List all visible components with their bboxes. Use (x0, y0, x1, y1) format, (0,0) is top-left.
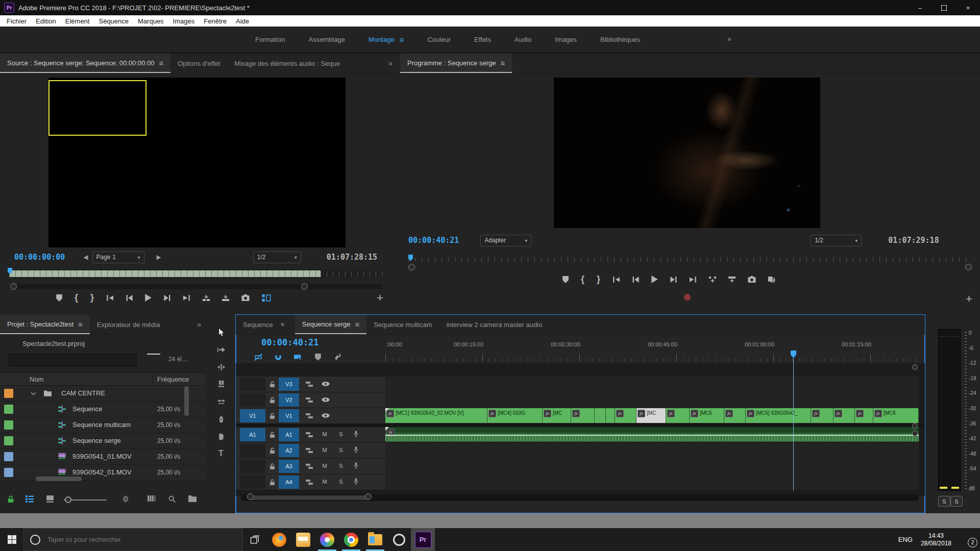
tab-sequence-serge[interactable]: Sequence serge≡ (295, 315, 366, 334)
workspace-overflow-button[interactable]: » (727, 35, 731, 43)
search-input[interactable] (21, 356, 133, 364)
brace-open-button[interactable]: { (75, 292, 78, 303)
voiceover-record-button[interactable] (352, 445, 359, 455)
lock-toggle[interactable] (267, 411, 277, 420)
source-patch-a1[interactable]: A1 (240, 428, 265, 441)
notification-center-button[interactable]: 2 (960, 534, 974, 545)
tab-overflow-button[interactable]: » (192, 315, 206, 334)
step-fwd-button[interactable] (164, 295, 171, 301)
track-content-v1[interactable]: fx[MC1] 939G0542_02.MOV [V]fx[MC4] 033Gf… (385, 408, 919, 424)
sort-button[interactable] (122, 495, 129, 503)
maximize-button[interactable] (932, 0, 956, 15)
mute-toggle[interactable]: M (321, 478, 329, 486)
timeline-ruler[interactable] (385, 352, 919, 362)
workspace-tab-audio[interactable]: Audio (514, 36, 531, 43)
writable-lock-button[interactable] (7, 495, 14, 503)
timeline-timecode[interactable]: 00:00:40:21 (261, 337, 319, 347)
timeline-clip[interactable]: fx (571, 408, 595, 423)
waveform-display-icon[interactable] (200, 254, 208, 261)
zoom-slider[interactable] (64, 499, 107, 500)
menu-item[interactable]: Fichier (2, 17, 31, 25)
taskbar-app-cortana[interactable] (387, 528, 411, 551)
solo-toggle[interactable]: S (337, 446, 345, 454)
track-target-a3[interactable]: A3 (279, 460, 299, 473)
program-timecode[interactable]: 00:00:40:21 (408, 236, 459, 245)
nest-button[interactable] (254, 354, 263, 361)
mute-toggle[interactable]: M (321, 430, 329, 438)
timeline-clip[interactable] (606, 408, 615, 423)
taskbar-search-box[interactable] (23, 528, 243, 551)
tab-explorateur-de-m-dia[interactable]: Explorateur de média (90, 315, 167, 334)
track-content-a4[interactable] (385, 474, 919, 490)
tool-track-select[interactable] (215, 344, 227, 355)
breadcrumb[interactable]: Spectacle2test.prproj (7, 337, 85, 349)
sync-lock-toggle[interactable] (304, 447, 314, 454)
tab-sequence-multicam[interactable]: Sequence multicam (366, 315, 439, 334)
scrollbar-bar[interactable] (250, 495, 369, 500)
list-item[interactable]: Sequence25,00 i/s (0, 402, 206, 417)
solo-left-button[interactable]: S (938, 496, 950, 507)
track-content-a3[interactable] (385, 459, 919, 474)
goto-out-button[interactable] (690, 277, 697, 283)
lock-toggle[interactable] (267, 478, 277, 487)
settings-wrench-icon[interactable] (311, 253, 320, 261)
track-content-a1[interactable]: fx (385, 427, 919, 443)
project-search-box[interactable] (8, 354, 137, 367)
workspace-tab-images[interactable]: Images (555, 36, 577, 43)
taskbar-search-input[interactable] (46, 535, 224, 544)
taskbar-app-firefox[interactable] (267, 528, 291, 551)
tool-hand[interactable] (215, 431, 227, 441)
column-nom[interactable]: Nom (30, 375, 43, 383)
tab-projet-spectacle2test[interactable]: Projet : Spectacle2test≡ (0, 315, 90, 334)
audio-scroll-handle-bottom[interactable] (912, 431, 918, 436)
record-icon[interactable] (684, 294, 691, 300)
panel-menu-icon[interactable]: ≡ (400, 36, 404, 43)
list-view-button[interactable] (26, 495, 34, 503)
source-patch-a4[interactable] (240, 475, 265, 489)
timeline-clip[interactable]: fx[MC1] 939G0542_02.MOV [V] (385, 408, 487, 423)
lock-toggle[interactable] (267, 462, 277, 471)
button-editor-button[interactable] (262, 294, 271, 302)
source-ruler[interactable] (9, 269, 383, 279)
program-zoom-dropdown[interactable]: 1/2▾ (811, 235, 862, 246)
program-ruler[interactable] (408, 255, 972, 263)
timeline-clip[interactable]: fx[MC (636, 408, 666, 423)
tab-options-d-effet[interactable]: Options d'effet (170, 54, 227, 73)
sync-lock-toggle[interactable] (304, 479, 314, 486)
zoom-slider-knob[interactable] (65, 496, 71, 503)
step-back-button[interactable] (126, 295, 133, 301)
label-color-swatch[interactable] (4, 452, 13, 461)
track-target-v2[interactable]: V2 (279, 393, 299, 407)
battery-icon[interactable] (863, 537, 873, 542)
track-target-a2[interactable]: A2 (279, 444, 299, 457)
list-horizontal-scrollbar[interactable] (36, 477, 82, 481)
start-button[interactable] (0, 528, 23, 551)
timeline-clip[interactable]: fx (834, 408, 855, 423)
source-patch-a3[interactable] (240, 460, 265, 473)
tool-type[interactable]: T (215, 448, 227, 459)
minimize-button[interactable]: – (908, 0, 932, 15)
icon-view-button[interactable] (46, 495, 54, 503)
source-zoom-dropdown[interactable]: 1/2▾ (253, 252, 301, 263)
insert-button[interactable] (203, 295, 210, 301)
solo-toggle[interactable]: S (337, 478, 345, 486)
solo-toggle[interactable]: S (337, 430, 345, 438)
page-dropdown[interactable]: Page 1▾ (92, 252, 144, 263)
tool-slip[interactable] (215, 396, 227, 407)
track-target-a4[interactable]: A4 (279, 475, 299, 489)
taskbar-app-mail[interactable] (291, 528, 315, 551)
sync-lock-toggle[interactable] (304, 412, 314, 419)
timeline-clip[interactable] (595, 408, 606, 423)
source-patch-v2[interactable] (240, 393, 265, 407)
chevron-up-icon[interactable] (848, 538, 855, 542)
voiceover-record-button[interactable] (352, 477, 359, 486)
label-color-swatch[interactable] (4, 420, 13, 430)
scrollbar-right-handle[interactable] (301, 283, 308, 290)
tab-close-icon[interactable]: × (278, 320, 288, 329)
list-item[interactable]: CAM CENTRE (0, 386, 206, 402)
list-item[interactable]: 939G0542_01.MOV25,00 i/s (0, 465, 206, 481)
tool-pen[interactable] (215, 414, 227, 424)
marker-button[interactable] (56, 294, 62, 302)
camera-button[interactable] (748, 276, 756, 283)
microphone-icon[interactable] (230, 535, 236, 544)
